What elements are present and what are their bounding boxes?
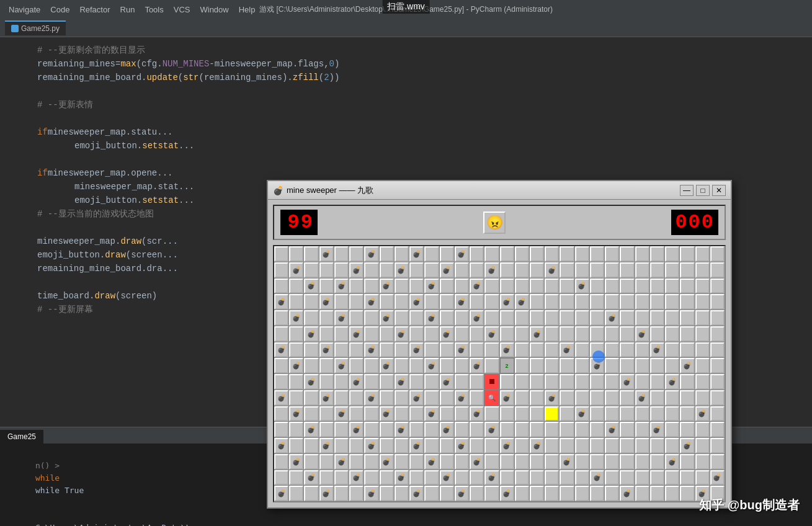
ms-cell[interactable]	[545, 358, 559, 373]
ms-cell[interactable]	[274, 470, 288, 486]
ms-cell[interactable]	[695, 374, 710, 390]
ms-cell[interactable]	[334, 326, 349, 342]
ms-cell[interactable]: 💣	[395, 374, 409, 390]
ms-cell[interactable]	[560, 374, 574, 390]
ms-cell[interactable]	[289, 470, 303, 486]
ms-cell[interactable]	[455, 422, 469, 437]
ms-cell[interactable]: 💣	[590, 470, 604, 486]
ms-cell[interactable]	[590, 279, 604, 294]
ms-cell[interactable]	[590, 294, 604, 310]
ms-cell[interactable]	[349, 454, 364, 470]
ms-cell[interactable]: 💣	[319, 390, 334, 406]
ms-cell[interactable]	[680, 294, 694, 310]
ms-cell[interactable]: 💣	[334, 279, 349, 294]
ms-cell[interactable]	[650, 279, 664, 294]
ms-cell[interactable]	[680, 470, 694, 486]
ms-cell[interactable]	[635, 310, 649, 326]
ms-cell[interactable]	[515, 342, 529, 358]
ms-cell[interactable]	[560, 262, 574, 278]
ms-cell[interactable]	[695, 262, 710, 278]
ms-cell[interactable]: 💣	[409, 438, 424, 453]
ms-cell[interactable]: 💣	[484, 326, 499, 342]
ms-cell[interactable]	[455, 406, 469, 422]
ms-cell[interactable]	[304, 310, 318, 326]
ms-cell[interactable]	[590, 390, 604, 406]
ms-cell[interactable]	[530, 262, 544, 278]
ms-cell[interactable]	[650, 326, 664, 342]
ms-cell[interactable]	[635, 406, 649, 422]
ms-cell[interactable]	[274, 422, 288, 437]
ms-cell[interactable]	[515, 454, 529, 470]
ms-cell[interactable]	[530, 310, 544, 326]
ms-cell[interactable]	[680, 454, 694, 470]
ms-cell[interactable]	[590, 326, 604, 342]
ms-cell[interactable]	[680, 279, 694, 294]
ms-cell[interactable]: 💣	[455, 294, 469, 310]
ms-cell[interactable]: 💣	[349, 422, 364, 437]
ms-cell[interactable]	[575, 246, 589, 262]
ms-cell[interactable]: 💣	[304, 422, 318, 437]
tab-game25[interactable]: Game25.py	[5, 20, 66, 35]
ms-cell[interactable]	[274, 262, 288, 278]
ms-cell[interactable]: 💣	[380, 310, 394, 326]
ms-cell[interactable]	[620, 294, 634, 310]
ms-cell[interactable]: 💣	[470, 406, 484, 422]
ms-cell[interactable]: 💣	[364, 438, 378, 453]
ms-cell[interactable]: 💣	[349, 326, 364, 342]
ms-cell[interactable]	[304, 262, 318, 278]
ms-cell[interactable]: 💣	[455, 390, 469, 406]
ms-cell[interactable]	[424, 374, 439, 390]
ms-cell[interactable]: 💣	[304, 326, 318, 342]
ms-cell[interactable]	[289, 390, 303, 406]
ms-cell[interactable]	[575, 358, 589, 373]
ms-cell[interactable]: 💣	[334, 358, 349, 373]
ms-cell[interactable]	[650, 390, 664, 406]
ms-cell[interactable]: 💣	[470, 279, 484, 294]
ms-cell[interactable]	[289, 294, 303, 310]
ms-cell[interactable]	[455, 358, 469, 373]
ms-cell[interactable]: 💣	[424, 358, 439, 373]
ms-cell[interactable]	[424, 342, 439, 358]
ms-cell[interactable]	[304, 294, 318, 310]
ms-cell[interactable]	[349, 246, 364, 262]
ms-cell[interactable]	[605, 358, 619, 373]
ms-cell[interactable]	[575, 262, 589, 278]
ms-cell[interactable]	[424, 262, 439, 278]
ms-cell[interactable]	[364, 470, 378, 486]
ms-cell[interactable]	[319, 470, 334, 486]
ms-cell[interactable]: 💣	[665, 454, 679, 470]
ms-cell[interactable]	[395, 342, 409, 358]
ms-cell[interactable]	[349, 406, 364, 422]
ms-cell[interactable]	[695, 454, 710, 470]
ms-cell[interactable]	[665, 294, 679, 310]
ms-cell[interactable]	[304, 342, 318, 358]
ms-cell[interactable]	[680, 342, 694, 358]
ms-cell[interactable]	[575, 422, 589, 437]
ms-cell[interactable]	[334, 342, 349, 358]
ms-cell[interactable]	[455, 279, 469, 294]
ms-cell[interactable]	[635, 374, 649, 390]
ms-cell[interactable]	[484, 358, 499, 373]
ms-cell[interactable]	[545, 342, 559, 358]
ms-cell[interactable]	[319, 454, 334, 470]
ms-cell[interactable]	[680, 390, 694, 406]
ms-cell[interactable]	[605, 326, 619, 342]
ms-cell[interactable]	[334, 374, 349, 390]
menu-vcs[interactable]: VCS	[170, 4, 194, 16]
ms-cell[interactable]	[545, 406, 559, 422]
ms-cell[interactable]: 💣	[424, 310, 439, 326]
ms-cell[interactable]	[665, 326, 679, 342]
ms-cell[interactable]	[484, 374, 499, 390]
ms-cell[interactable]	[500, 374, 514, 390]
ms-cell[interactable]: 💣	[424, 406, 439, 422]
ms-cell[interactable]	[680, 422, 694, 437]
ms-cell[interactable]: 💣	[620, 486, 634, 501]
ms-cell[interactable]	[424, 438, 439, 453]
ms-cell[interactable]: 💣	[530, 326, 544, 342]
ms-cell[interactable]	[650, 374, 664, 390]
ms-cell[interactable]	[605, 438, 619, 453]
ms-cell[interactable]	[380, 374, 394, 390]
ms-cell[interactable]: 💣	[455, 342, 469, 358]
ms-cell[interactable]	[710, 310, 725, 326]
menu-window[interactable]: Window	[196, 4, 232, 16]
